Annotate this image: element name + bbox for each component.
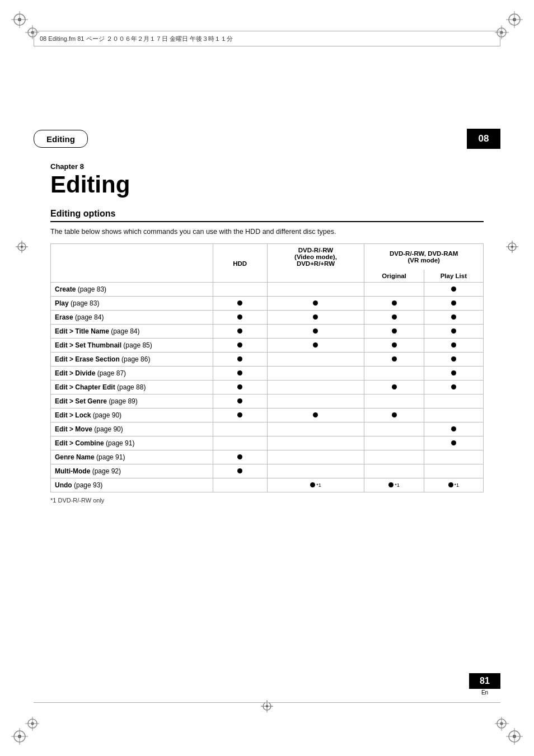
row-dvd-video bbox=[267, 395, 364, 408]
row-hdd bbox=[213, 464, 267, 478]
row-original bbox=[364, 311, 424, 325]
corner-mark-bl bbox=[11, 717, 39, 745]
col-subheader-original: Original bbox=[364, 270, 424, 283]
row-label: Genre Name (page 91) bbox=[51, 450, 213, 464]
row-original bbox=[364, 325, 424, 339]
row-dvd-video bbox=[267, 381, 364, 395]
footnote: *1 DVD-R/-RW only bbox=[50, 497, 484, 504]
row-original bbox=[364, 381, 424, 395]
row-original bbox=[364, 297, 424, 311]
row-hdd bbox=[213, 297, 267, 311]
row-playlist bbox=[424, 381, 483, 395]
row-playlist bbox=[424, 395, 483, 408]
col-subheader-empty bbox=[51, 270, 213, 283]
col-subheader-hdd-empty bbox=[213, 270, 267, 283]
row-dvd-video bbox=[267, 422, 364, 436]
row-original bbox=[364, 283, 424, 297]
row-label: Edit > Divide (page 87) bbox=[51, 367, 213, 381]
intro-text: The table below shows which commands you… bbox=[50, 228, 484, 236]
crosshair-left bbox=[16, 241, 28, 255]
col-header-label bbox=[51, 244, 213, 270]
bottom-rule bbox=[34, 702, 500, 703]
section-title: Editing options bbox=[50, 209, 484, 222]
row-playlist: *1 bbox=[424, 478, 483, 492]
row-original bbox=[364, 367, 424, 381]
row-hdd bbox=[213, 325, 267, 339]
col-header-hdd: HDD bbox=[213, 244, 267, 270]
row-original bbox=[364, 436, 424, 450]
row-playlist bbox=[424, 353, 483, 367]
row-hdd bbox=[213, 478, 267, 492]
row-hdd bbox=[213, 311, 267, 325]
row-original bbox=[364, 395, 424, 408]
table-row: Edit > Chapter Edit (page 88) bbox=[51, 381, 484, 395]
row-hdd bbox=[213, 395, 267, 408]
chapter-label: Chapter 8 bbox=[50, 162, 484, 171]
row-label: Edit > Title Name (page 84) bbox=[51, 325, 213, 339]
row-dvd-video bbox=[267, 408, 364, 422]
row-dvd-video bbox=[267, 283, 364, 297]
row-dvd-video bbox=[267, 464, 364, 478]
row-dvd-video bbox=[267, 450, 364, 464]
col-subheader-playlist: Play List bbox=[424, 270, 483, 283]
row-label: Undo (page 93) bbox=[51, 478, 213, 492]
row-original bbox=[364, 450, 424, 464]
chapter-big-title: Editing bbox=[50, 172, 484, 198]
row-hdd bbox=[213, 422, 267, 436]
row-hdd bbox=[213, 436, 267, 450]
row-label: Edit > Chapter Edit (page 88) bbox=[51, 381, 213, 395]
row-hdd bbox=[213, 353, 267, 367]
row-playlist bbox=[424, 436, 483, 450]
row-label: Edit > Erase Section (page 86) bbox=[51, 353, 213, 367]
row-original bbox=[364, 422, 424, 436]
row-playlist bbox=[424, 325, 483, 339]
row-original bbox=[364, 408, 424, 422]
page-number-box: 81 bbox=[469, 673, 500, 689]
table-row: Edit > Lock (page 90) bbox=[51, 408, 484, 422]
table-row: Erase (page 84) bbox=[51, 311, 484, 325]
row-playlist bbox=[424, 450, 483, 464]
table-row: Multi-Mode (page 92) bbox=[51, 464, 484, 478]
table-row: Edit > Erase Section (page 86) bbox=[51, 353, 484, 367]
row-label: Play (page 83) bbox=[51, 297, 213, 311]
row-hdd bbox=[213, 408, 267, 422]
table-row: Edit > Divide (page 87) bbox=[51, 367, 484, 381]
row-playlist bbox=[424, 311, 483, 325]
col-header-dvd-vr: DVD-R/-RW, DVD-RAM(VR mode) bbox=[364, 244, 484, 270]
col-header-dvd-video: DVD-R/-RW(Video mode),DVD+R/+RW bbox=[267, 244, 364, 270]
row-playlist bbox=[424, 464, 483, 478]
row-hdd bbox=[213, 339, 267, 353]
col-subheader-dvd-empty bbox=[267, 270, 364, 283]
top-bar-text: 08 Editing.fm 81 ページ ２００６年２月１７日 金曜日 午後３時… bbox=[40, 35, 233, 43]
row-playlist bbox=[424, 367, 483, 381]
row-label: Edit > Set Thumbnail (page 85) bbox=[51, 339, 213, 353]
row-label: Edit > Move (page 90) bbox=[51, 422, 213, 436]
row-original: *1 bbox=[364, 478, 424, 492]
top-bar: 08 Editing.fm 81 ページ ２００６年２月１７日 金曜日 午後３時… bbox=[34, 31, 500, 46]
row-dvd-video: *1 bbox=[267, 478, 364, 492]
main-content: Chapter 8 Editing Editing options The ta… bbox=[50, 162, 484, 504]
row-label: Edit > Set Genre (page 89) bbox=[51, 395, 213, 408]
row-original bbox=[364, 353, 424, 367]
row-playlist bbox=[424, 339, 483, 353]
row-label: Erase (page 84) bbox=[51, 311, 213, 325]
editing-table: HDD DVD-R/-RW(Video mode),DVD+R/+RW DVD-… bbox=[50, 243, 484, 492]
row-label: Create (page 83) bbox=[51, 283, 213, 297]
row-dvd-video bbox=[267, 297, 364, 311]
row-original bbox=[364, 464, 424, 478]
row-hdd bbox=[213, 381, 267, 395]
row-hdd bbox=[213, 283, 267, 297]
row-dvd-video bbox=[267, 325, 364, 339]
table-row: Edit > Combine (page 91) bbox=[51, 436, 484, 450]
row-dvd-video bbox=[267, 311, 364, 325]
chapter-number-box: 08 bbox=[467, 129, 500, 149]
page-number-lang: En bbox=[469, 689, 500, 696]
row-playlist bbox=[424, 408, 483, 422]
row-original bbox=[364, 339, 424, 353]
table-row: Edit > Title Name (page 84) bbox=[51, 325, 484, 339]
row-hdd bbox=[213, 367, 267, 381]
row-playlist bbox=[424, 422, 483, 436]
table-row: Undo (page 93)*1*1*1 bbox=[51, 478, 484, 492]
row-dvd-video bbox=[267, 353, 364, 367]
chapter-header-title: Editing bbox=[34, 130, 88, 148]
